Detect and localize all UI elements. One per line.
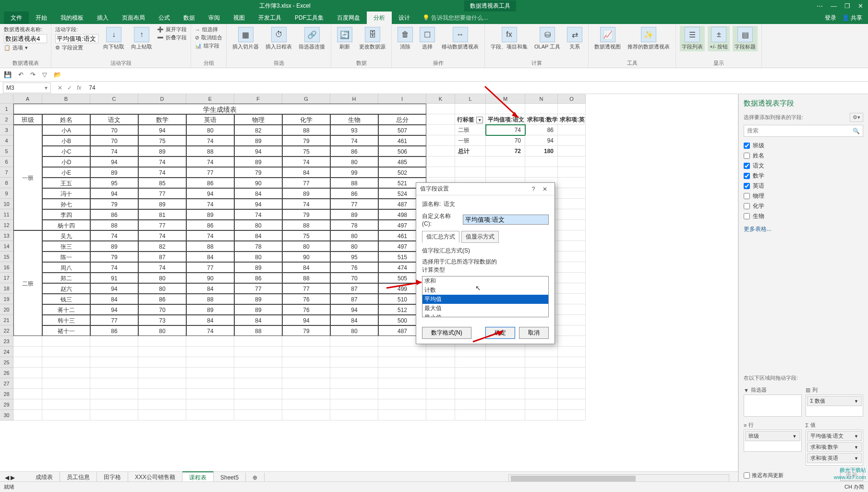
- cell[interactable]: [525, 347, 558, 357]
- minimize-button[interactable]: —: [831, 2, 837, 10]
- ribbon-tab-文件[interactable]: 文件: [4, 12, 29, 24]
- close-button[interactable]: ✕: [858, 2, 863, 10]
- pivot-value[interactable]: 70: [486, 135, 525, 146]
- data-cell[interactable]: 杨十四: [42, 220, 90, 230]
- cell[interactable]: [138, 368, 186, 378]
- field-settings-button[interactable]: ⚙ 字段设置: [55, 44, 98, 51]
- cell[interactable]: [486, 167, 525, 178]
- ribbon-tab-设计[interactable]: 设计: [392, 12, 417, 24]
- cell[interactable]: [378, 378, 426, 389]
- worksheet-grid[interactable]: ABCDEFGHIKLMNO 1234567891011121314151617…: [0, 94, 738, 483]
- data-cell[interactable]: 小E: [42, 167, 90, 178]
- data-cell[interactable]: 77: [138, 188, 186, 199]
- data-cell[interactable]: 85: [138, 178, 186, 188]
- data-cell[interactable]: 79: [90, 199, 138, 209]
- area-item[interactable]: Σ 数值▼: [807, 396, 862, 406]
- data-cell[interactable]: 485: [378, 156, 426, 167]
- cell[interactable]: [378, 389, 426, 399]
- cell[interactable]: [186, 389, 234, 399]
- table-header[interactable]: 语文: [90, 114, 138, 125]
- data-cell[interactable]: 94: [234, 199, 282, 209]
- cell[interactable]: [42, 347, 90, 357]
- cell[interactable]: [330, 357, 378, 368]
- data-cell[interactable]: 74: [186, 199, 234, 209]
- data-cell[interactable]: 89: [330, 209, 378, 220]
- data-cell[interactable]: 郑二: [42, 273, 90, 283]
- data-cell[interactable]: 88: [282, 125, 330, 135]
- row-header[interactable]: 25: [0, 357, 13, 368]
- cell[interactable]: [558, 368, 586, 378]
- plus-minus-toggle[interactable]: ±+/- 按钮: [708, 26, 730, 51]
- row-header[interactable]: 6: [0, 156, 13, 167]
- data-cell[interactable]: 90: [234, 178, 282, 188]
- data-cell[interactable]: 89: [234, 156, 282, 167]
- ungroup-button[interactable]: ⊘ 取消组合: [195, 34, 222, 41]
- cell[interactable]: [558, 304, 586, 315]
- cell[interactable]: [525, 399, 558, 410]
- data-cell[interactable]: 84: [282, 167, 330, 178]
- ribbon-tab-视图[interactable]: 视图: [227, 12, 252, 24]
- row-header[interactable]: 8: [0, 178, 13, 188]
- data-cell[interactable]: 74: [138, 167, 186, 178]
- pivot-value[interactable]: 86: [525, 125, 558, 135]
- cell[interactable]: [558, 146, 586, 156]
- gear-icon[interactable]: ⚙▾: [850, 113, 863, 122]
- data-cell[interactable]: 89: [90, 167, 138, 178]
- row-header[interactable]: 13: [0, 230, 13, 241]
- data-cell[interactable]: 84: [186, 252, 234, 262]
- cell[interactable]: [234, 399, 282, 410]
- cell[interactable]: [486, 104, 525, 114]
- data-cell[interactable]: 87: [330, 283, 378, 294]
- cell[interactable]: [90, 347, 138, 357]
- cell[interactable]: [455, 368, 486, 378]
- data-cell[interactable]: 74: [234, 209, 282, 220]
- ribbon-tab-我的模板[interactable]: 我的模板: [54, 12, 90, 24]
- cell[interactable]: [486, 389, 525, 399]
- data-cell[interactable]: 94: [90, 283, 138, 294]
- pivot-col-header[interactable]: 求和项:英: [558, 114, 586, 125]
- pivot-col-header[interactable]: 求和项:数学: [525, 114, 558, 125]
- cell[interactable]: [426, 104, 455, 114]
- summarize-by-tab[interactable]: 值汇总方式: [422, 231, 459, 243]
- insert-slicer-button[interactable]: ▦插入切片器: [230, 26, 261, 51]
- calculation-type-listbox[interactable]: 求和计数平均值最大值最小值乘积: [422, 276, 549, 317]
- pivot-total[interactable]: 72: [486, 146, 525, 156]
- cell[interactable]: [13, 347, 42, 357]
- field-checkbox[interactable]: 生物: [744, 211, 863, 221]
- data-cell[interactable]: 86: [234, 273, 282, 283]
- data-cell[interactable]: 77: [282, 178, 330, 188]
- data-cell[interactable]: 94: [186, 188, 234, 199]
- cell[interactable]: [486, 399, 525, 410]
- cell[interactable]: [426, 125, 455, 135]
- data-cell[interactable]: 79: [282, 325, 330, 336]
- data-cell[interactable]: 93: [330, 125, 378, 135]
- data-cell[interactable]: 86: [90, 209, 138, 220]
- cell[interactable]: [426, 410, 455, 420]
- cell[interactable]: [558, 378, 586, 389]
- column-header[interactable]: K: [426, 94, 455, 104]
- pivot-row[interactable]: 一班: [455, 135, 486, 146]
- data-cell[interactable]: 74: [282, 156, 330, 167]
- cell[interactable]: [455, 399, 486, 410]
- ok-button[interactable]: 确定: [485, 327, 515, 339]
- data-cell[interactable]: 74: [90, 230, 138, 241]
- cell[interactable]: [558, 399, 586, 410]
- data-cell[interactable]: 陈一: [42, 252, 90, 262]
- row-header[interactable]: 22: [0, 325, 13, 336]
- data-cell[interactable]: 88: [186, 146, 234, 156]
- cell[interactable]: [426, 347, 455, 357]
- table-title[interactable]: 学生成绩表: [13, 104, 426, 114]
- data-cell[interactable]: 86: [186, 220, 234, 230]
- data-cell[interactable]: 80: [234, 252, 282, 262]
- data-cell[interactable]: 94: [282, 315, 330, 325]
- data-cell[interactable]: 韩十三: [42, 315, 90, 325]
- cell[interactable]: [186, 410, 234, 420]
- cell[interactable]: [455, 347, 486, 357]
- row-header[interactable]: 10: [0, 199, 13, 209]
- cell[interactable]: [42, 378, 90, 389]
- cell[interactable]: [426, 156, 455, 167]
- data-cell[interactable]: 80: [138, 283, 186, 294]
- columns-area[interactable]: Σ 数值▼: [806, 395, 864, 417]
- data-cell[interactable]: 88: [186, 294, 234, 304]
- data-cell[interactable]: 77: [138, 220, 186, 230]
